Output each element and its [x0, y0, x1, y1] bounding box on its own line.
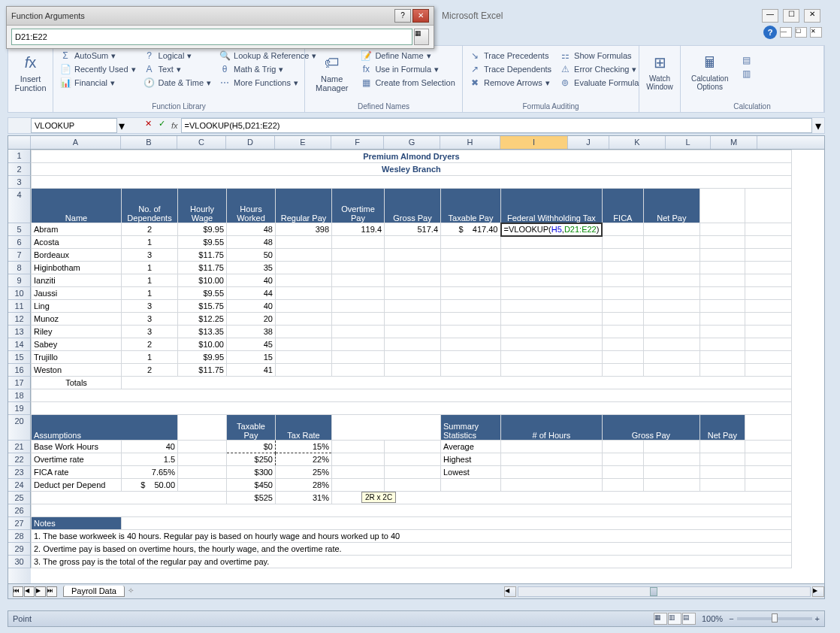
row-header-7[interactable]: 7 — [8, 249, 31, 262]
cell-gross[interactable] — [385, 326, 441, 338]
show-formulas-button[interactable]: ⚏Show Formulas — [559, 49, 639, 62]
financial-button[interactable]: 📊Financial ▾ — [59, 76, 136, 89]
cell-dep[interactable]: 1 — [122, 262, 178, 274]
cell-reg[interactable] — [276, 287, 332, 300]
dialog-title-bar[interactable]: Function Arguments ? ✕ — [7, 7, 434, 26]
dialog-help-button[interactable]: ? — [394, 9, 411, 23]
row-header-14[interactable]: 14 — [8, 338, 31, 351]
tab-prev-button[interactable]: ◀ — [24, 586, 35, 597]
cell-reg[interactable] — [276, 274, 332, 287]
cell-taxable[interactable] — [441, 313, 501, 326]
cell-taxable[interactable]: $ 417.40 — [441, 223, 501, 236]
hdr-netpay[interactable]: Net Pay — [643, 189, 699, 223]
cell-gross[interactable] — [385, 287, 441, 300]
cell-name[interactable]: Ianziti — [32, 274, 122, 287]
page-layout-button[interactable]: ▥ — [668, 613, 681, 625]
subtitle[interactable]: Wesley Branch — [32, 163, 792, 176]
hdr-taxable[interactable]: Taxable Pay — [441, 189, 501, 223]
new-sheet-button[interactable]: ✧ — [128, 586, 140, 597]
cell-gross[interactable] — [385, 249, 441, 262]
col-header-A[interactable]: A — [31, 136, 121, 149]
cell-reg[interactable] — [276, 338, 332, 351]
row-header-13[interactable]: 13 — [8, 326, 31, 338]
cell-wage[interactable]: $9.95 — [178, 351, 227, 364]
col-header-G[interactable]: G — [384, 136, 440, 149]
cell-ot[interactable] — [332, 249, 385, 262]
row-header-19[interactable]: 19 — [8, 402, 31, 415]
cell-reg[interactable] — [276, 313, 332, 326]
formula-input[interactable] — [181, 118, 812, 133]
function-args-input[interactable] — [11, 29, 412, 45]
row-header-16[interactable]: 16 — [8, 364, 31, 377]
summary-label[interactable]: Lowest — [441, 466, 501, 479]
row-header-30[interactable]: 30 — [8, 556, 31, 568]
cell-wage[interactable]: $9.95 — [178, 223, 227, 236]
cell-name[interactable]: Abram — [32, 223, 122, 236]
row-header-6[interactable]: 6 — [8, 236, 31, 249]
taxpay-header[interactable]: Taxable Pay — [227, 415, 276, 441]
cell-name[interactable]: Munoz — [32, 313, 122, 326]
autosum-button[interactable]: ΣAutoSum ▾ — [59, 49, 136, 62]
hdr-hours[interactable]: Hours Worked — [227, 189, 276, 223]
math-button[interactable]: θMath & Trig ▾ — [219, 62, 316, 76]
cell-gross[interactable]: 517.4 — [385, 223, 441, 236]
row-header-3[interactable]: 3 — [8, 176, 31, 189]
cell-ot[interactable] — [332, 338, 385, 351]
sum-hours-header[interactable]: # of Hours — [501, 415, 603, 441]
col-header-K[interactable]: K — [609, 136, 666, 149]
cell-hrs[interactable]: 40 — [227, 300, 276, 313]
cell-wage[interactable]: $10.00 — [178, 274, 227, 287]
cell-reg[interactable] — [276, 300, 332, 313]
cell-hrs[interactable]: 48 — [227, 223, 276, 236]
scroll-right-button[interactable]: ▶ — [812, 586, 824, 597]
cell-hrs[interactable]: 15 — [227, 351, 276, 364]
tax-pay[interactable]: $0 — [227, 441, 276, 453]
cell-name[interactable]: Ling — [32, 300, 122, 313]
cell-reg[interactable] — [276, 364, 332, 377]
assumption-val[interactable]: $ 50.00 — [122, 479, 178, 492]
zoom-slider[interactable] — [737, 617, 812, 620]
hdr-fedtax[interactable]: Federal Withholding Tax — [501, 189, 603, 223]
enter-formula-button[interactable]: ✓ — [155, 119, 168, 132]
scroll-left-button[interactable]: ◀ — [504, 586, 516, 597]
cell-reg[interactable] — [276, 326, 332, 338]
zoom-handle[interactable] — [772, 613, 778, 622]
col-header-M[interactable]: M — [711, 136, 757, 149]
totals-label[interactable]: Totals — [32, 377, 122, 389]
cell-taxable[interactable] — [441, 262, 501, 274]
assumption-val[interactable]: 40 — [122, 441, 178, 453]
dialog-close-button[interactable]: ✕ — [412, 9, 429, 23]
tax-rate[interactable]: 28% — [276, 479, 332, 492]
calc-now-button[interactable]: ▤ — [740, 53, 752, 67]
cell-wage[interactable]: $12.25 — [178, 313, 227, 326]
tab-next-button[interactable]: ▶ — [35, 586, 46, 597]
calc-sheet-button[interactable]: ▥ — [740, 67, 752, 80]
cell-reg[interactable] — [276, 249, 332, 262]
row-header-5[interactable]: 5 — [8, 223, 31, 236]
cell-gross[interactable] — [385, 351, 441, 364]
cell-hrs[interactable]: 45 — [227, 338, 276, 351]
cell-name[interactable]: Trujillo — [32, 351, 122, 364]
cell-ot[interactable] — [332, 287, 385, 300]
title[interactable]: Premium Almond Dryers — [32, 150, 792, 163]
col-header-B[interactable]: B — [121, 136, 177, 149]
cell-ot[interactable] — [332, 364, 385, 377]
cancel-formula-button[interactable]: ✕ — [141, 119, 155, 132]
cell-hrs[interactable]: 20 — [227, 313, 276, 326]
name-box[interactable] — [31, 118, 117, 133]
summary-label[interactable]: Highest — [441, 453, 501, 466]
col-header-J[interactable]: J — [568, 136, 609, 149]
row-header-11[interactable]: 11 — [8, 300, 31, 313]
cell-dep[interactable]: 3 — [122, 326, 178, 338]
zoom-out-button[interactable]: − — [729, 614, 733, 623]
cell-name[interactable]: Bordeaux — [32, 249, 122, 262]
cell-hrs[interactable]: 50 — [227, 249, 276, 262]
cell-gross[interactable] — [385, 262, 441, 274]
tax-rate[interactable]: 15% — [276, 441, 332, 453]
cell-wage[interactable]: $10.00 — [178, 338, 227, 351]
assumption-label[interactable]: Base Work Hours — [32, 441, 122, 453]
close-button[interactable]: ✕ — [804, 9, 820, 23]
scroll-track[interactable] — [518, 586, 811, 597]
workbook-min-button[interactable]: — — [780, 27, 792, 38]
cell-ot[interactable]: 119.4 — [332, 223, 385, 236]
